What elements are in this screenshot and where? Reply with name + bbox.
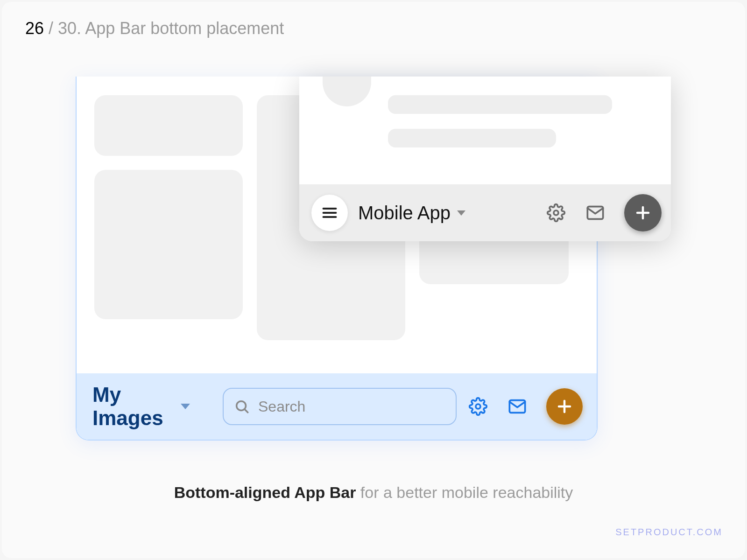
fab-add-button[interactable] (624, 194, 662, 231)
image-placeholder (94, 170, 243, 319)
slide-title: App Bar bottom placement (85, 19, 284, 38)
svg-point-2 (476, 404, 480, 409)
menu-button[interactable] (311, 195, 348, 231)
mail-button[interactable] (585, 203, 606, 223)
mail-icon (508, 397, 527, 416)
gear-icon (547, 203, 565, 222)
fab-add-button[interactable] (546, 388, 583, 425)
mobile-frame-grey: Mobile App (299, 77, 671, 241)
mail-button[interactable] (507, 396, 528, 417)
app-title-dropdown[interactable]: My Images (92, 383, 190, 430)
mail-icon (586, 203, 605, 222)
app-title-dropdown[interactable]: Mobile App (358, 203, 465, 224)
caption-light: for a better mobile reachability (360, 483, 573, 501)
plus-icon (556, 398, 573, 415)
app-title-label: Mobile App (358, 203, 451, 224)
svg-point-9 (554, 210, 558, 215)
slide-counter: 26 / 30. App Bar bottom placement (25, 19, 284, 38)
search-icon (234, 399, 250, 414)
search-input[interactable] (258, 398, 445, 415)
bottom-app-bar-blue: My Images (77, 373, 597, 440)
image-placeholder (94, 95, 243, 156)
settings-button[interactable] (546, 203, 566, 223)
chevron-down-icon (457, 210, 465, 216)
app-title-label: My Images (92, 383, 174, 430)
text-placeholder (388, 95, 612, 114)
svg-line-1 (245, 409, 248, 413)
search-field[interactable] (223, 388, 457, 425)
caption: Bottom-aligned App Bar for a better mobi… (2, 483, 745, 502)
avatar-placeholder (323, 77, 371, 106)
watermark: SETPRODUCT.COM (615, 527, 723, 538)
bottom-app-bar-grey: Mobile App (299, 184, 671, 241)
plus-icon (634, 204, 651, 221)
hamburger-icon (321, 204, 338, 221)
slide-total: 30 (58, 19, 77, 38)
chevron-down-icon (181, 404, 190, 409)
caption-bold: Bottom-aligned App Bar (174, 483, 356, 501)
content-area (299, 77, 671, 184)
text-placeholder (388, 129, 556, 147)
settings-button[interactable] (468, 396, 488, 417)
gear-icon (469, 397, 487, 416)
slide-current: 26 (25, 19, 44, 38)
